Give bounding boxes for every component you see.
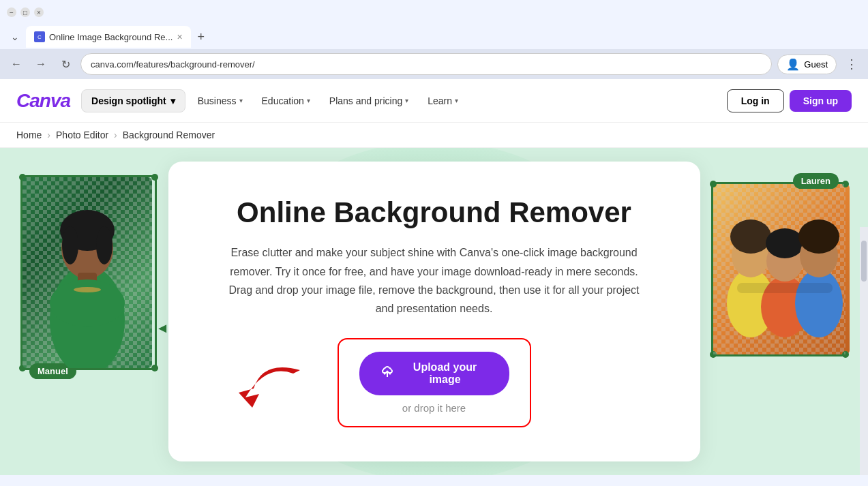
education-label: Education <box>262 95 304 106</box>
scrollbar[interactable] <box>860 227 868 475</box>
learn-label: Learn <box>428 95 452 106</box>
browser-more-button[interactable]: ⋮ <box>842 55 861 74</box>
design-spotlight-chevron: ▾ <box>170 95 175 106</box>
new-tab-button[interactable]: + <box>194 30 209 44</box>
upload-button-label: Upload your image <box>402 361 489 386</box>
corner-handle-tr <box>151 174 158 181</box>
hero-section: Manuel ◄ Online Background Remover Erase… <box>0 148 868 475</box>
upload-icon <box>380 365 395 382</box>
minimize-button[interactable]: − <box>7 7 16 17</box>
window-controls: − □ × <box>7 7 44 17</box>
maximize-button[interactable]: □ <box>20 7 30 17</box>
design-spotlight-label: Design spotlight <box>91 95 166 106</box>
svg-point-13 <box>766 228 804 258</box>
svg-point-16 <box>798 219 839 254</box>
learn-menu[interactable]: Learn ▾ <box>418 90 468 112</box>
tab-title: Online Image Background Re... <box>49 32 173 42</box>
tab-bar: ⌄ C Online Image Background Re... × + <box>0 25 868 49</box>
breadcrumb-home[interactable]: Home <box>16 130 42 140</box>
left-person-card: Manuel ◄ <box>20 175 157 370</box>
business-label: Business <box>198 95 237 106</box>
corner-handle-br <box>151 365 158 371</box>
plans-pricing-label: Plans and pricing <box>329 95 402 106</box>
profile-button[interactable]: 👤 Guest <box>777 55 837 74</box>
active-tab[interactable]: C Online Image Background Re... × <box>26 26 191 48</box>
forward-button[interactable]: → <box>31 55 50 74</box>
plans-pricing-chevron: ▾ <box>405 97 408 104</box>
person-left-svg <box>33 184 142 368</box>
profile-icon: 👤 <box>786 58 800 71</box>
back-button[interactable]: ← <box>7 55 26 74</box>
business-chevron: ▾ <box>239 97 243 104</box>
refresh-button[interactable]: ↻ <box>56 55 75 74</box>
browser-titlebar: − □ × <box>0 0 868 25</box>
design-spotlight-menu[interactable]: Design spotlight ▾ <box>81 89 185 112</box>
breadcrumb-sep-1: › <box>47 130 50 140</box>
close-button[interactable]: × <box>34 7 44 17</box>
breadcrumb-photo-editor[interactable]: Photo Editor <box>56 130 108 140</box>
svg-rect-17 <box>737 283 833 293</box>
svg-point-14 <box>795 269 843 337</box>
plans-pricing-menu[interactable]: Plans and pricing ▾ <box>320 90 418 112</box>
right-image-container: Lauren <box>711 182 848 356</box>
breadcrumb-current: Background Remover <box>123 130 215 140</box>
address-bar[interactable]: canva.com/features/background-remover/ <box>80 53 772 75</box>
tab-close-button[interactable]: × <box>177 31 182 42</box>
hero-title: Online Background Remover <box>209 196 659 230</box>
right-person-card: Lauren <box>711 182 848 356</box>
svg-point-4 <box>96 226 113 264</box>
scrollbar-thumb <box>861 241 867 282</box>
svg-point-3 <box>62 226 78 264</box>
red-arrow-indicator <box>225 360 307 417</box>
login-button[interactable]: Log in <box>727 89 784 112</box>
svg-point-7 <box>74 287 101 292</box>
svg-point-10 <box>730 219 771 254</box>
left-card-arrow: ◄ <box>155 320 169 336</box>
learn-chevron: ▾ <box>455 97 458 104</box>
education-chevron: ▾ <box>307 97 310 104</box>
navbar: Canva Design spotlight ▾ Business ▾ Educ… <box>0 79 868 123</box>
right-person-image <box>713 184 850 354</box>
business-menu[interactable]: Business ▾ <box>188 90 252 112</box>
upload-button[interactable]: Upload your image <box>359 352 509 395</box>
signup-button[interactable]: Sign up <box>790 90 852 112</box>
svg-point-6 <box>50 279 125 327</box>
tab-favicon: C <box>34 31 45 42</box>
browser-chrome: − □ × ⌄ C Online Image Background Re... … <box>0 0 868 79</box>
canva-logo[interactable]: Canva <box>16 90 70 112</box>
upload-drop-zone[interactable]: Upload your image or drop it here <box>338 338 531 427</box>
breadcrumb: Home › Photo Editor › Background Remover <box>0 123 868 148</box>
left-person-image <box>23 177 152 368</box>
tab-list-button[interactable]: ⌄ <box>7 29 23 45</box>
education-menu[interactable]: Education ▾ <box>252 90 320 112</box>
drop-text: or drop it here <box>402 402 466 414</box>
person-right-svg <box>717 187 846 351</box>
website: Canva Design spotlight ▾ Business ▾ Educ… <box>0 79 868 475</box>
hero-description: Erase clutter and make your subject shin… <box>223 243 646 318</box>
breadcrumb-sep-2: › <box>114 130 117 140</box>
url-text: canva.com/features/background-remover/ <box>91 59 255 70</box>
left-image-container: Manuel <box>20 175 157 370</box>
profile-label: Guest <box>804 59 828 70</box>
address-bar-row: ← → ↻ canva.com/features/background-remo… <box>0 49 868 79</box>
